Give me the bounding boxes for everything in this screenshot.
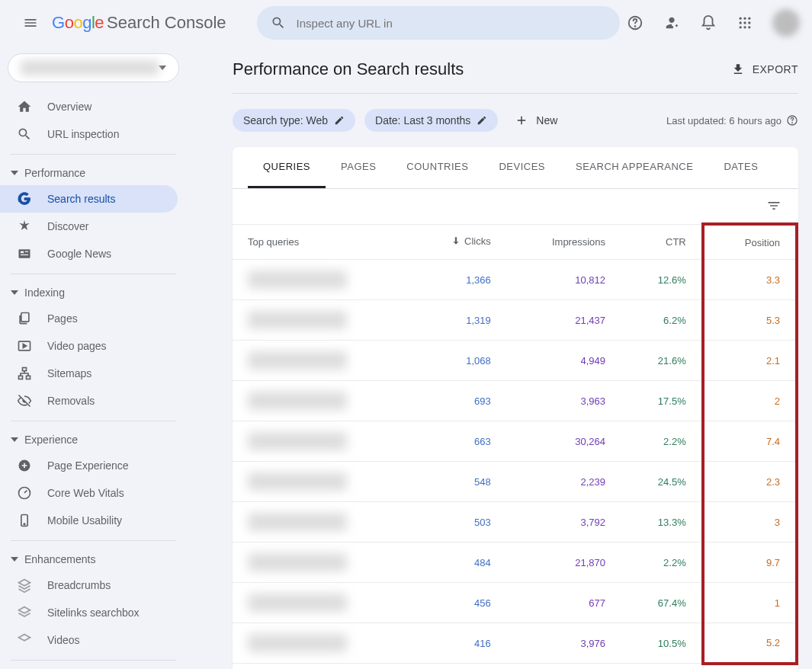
nav-url-inspection[interactable]: URL inspection <box>0 120 178 148</box>
col-impressions[interactable]: Impressions <box>506 224 621 260</box>
nav-label: Mobile Usability <box>47 514 122 527</box>
tab-countries[interactable]: COUNTRIES <box>391 147 483 188</box>
cell-clicks: 1,319 <box>409 300 506 341</box>
help-button[interactable] <box>620 8 650 38</box>
nav-header-experience[interactable]: Experience <box>0 427 187 452</box>
last-updated-text: Last updated: 6 hours ago <box>666 115 782 126</box>
cell-position: 2.1 <box>703 341 797 381</box>
divider <box>11 540 176 541</box>
table-row[interactable]: 503 3,792 13.3% 3 <box>233 502 797 543</box>
cell-impressions: 3,976 <box>506 623 621 664</box>
divider <box>11 660 176 661</box>
tab-pages[interactable]: PAGES <box>326 147 391 188</box>
nav-removals[interactable]: Removals <box>0 387 178 415</box>
cell-query <box>233 300 409 341</box>
cell-clicks: 663 <box>409 421 506 462</box>
help-icon[interactable] <box>786 114 798 126</box>
export-button[interactable]: EXPORT <box>731 62 798 76</box>
nav-page-experience[interactable]: Page Experience <box>0 452 178 479</box>
col-position[interactable]: Position <box>703 224 797 260</box>
cell-impressions: 4,949 <box>506 341 621 381</box>
cell-ctr: 67.4% <box>621 583 703 623</box>
add-filter-button[interactable]: New <box>507 109 565 132</box>
filter-date[interactable]: Date: Last 3 months <box>364 109 498 132</box>
nav-header-label: Enhancements <box>24 553 95 565</box>
svg-rect-14 <box>25 251 28 252</box>
table-row[interactable]: 1,068 4,949 21.6% 2.1 <box>233 341 797 381</box>
cell-query <box>233 462 409 502</box>
search-bar[interactable] <box>257 6 620 40</box>
table-row[interactable]: 548 2,239 24.5% 2.3 <box>233 462 797 502</box>
svg-point-2 <box>740 18 742 20</box>
nav-label: Google News <box>47 248 111 260</box>
svg-rect-13 <box>21 254 28 255</box>
nav-mobile-usability[interactable]: Mobile Usability <box>0 507 178 534</box>
table-row[interactable]: 416 3,976 10.5% 5.2 <box>233 623 797 664</box>
tab-devices[interactable]: DEVICES <box>483 147 560 188</box>
nav-overview[interactable]: Overview <box>0 93 178 120</box>
tab-dates[interactable]: DATES <box>708 147 773 188</box>
nav-google-news[interactable]: Google News <box>0 240 178 267</box>
tab-search-appearance[interactable]: SEARCH APPEARANCE <box>560 147 708 188</box>
nav-label: Page Experience <box>47 459 129 472</box>
data-table: QUERIES PAGES COUNTRIES DEVICES SEARCH A… <box>233 147 798 669</box>
nav-pages[interactable]: Pages <box>0 305 178 332</box>
table-row[interactable]: 1,319 21,437 6.2% 5.3 <box>233 300 797 341</box>
notifications-button[interactable] <box>693 8 724 38</box>
cell-position: 3.3 <box>703 260 797 300</box>
nav-discover[interactable]: Discover <box>0 213 178 240</box>
cell-query <box>233 502 409 543</box>
table-filter-button[interactable] <box>766 198 782 213</box>
search-input[interactable] <box>297 17 606 30</box>
col-clicks[interactable]: Clicks <box>409 224 506 260</box>
apps-button[interactable] <box>730 8 760 38</box>
filter-icon <box>766 198 782 213</box>
nav-label: Pages <box>47 312 78 325</box>
nav-search-results[interactable]: Search results <box>0 185 178 213</box>
property-selector[interactable] <box>8 53 179 82</box>
cell-ctr: 13.3% <box>621 502 703 543</box>
nav-breadcrumbs[interactable]: Breadcrumbs <box>0 571 178 599</box>
table-row[interactable]: 484 21,870 2.2% 9.7 <box>233 543 797 583</box>
table-row[interactable]: 693 3,963 17.5% 2 <box>233 381 797 421</box>
nav-label: Sitelinks searchbox <box>47 607 140 619</box>
nav-sitelinks[interactable]: Sitelinks searchbox <box>0 599 178 626</box>
nav-header-performance[interactable]: Performance <box>0 161 187 185</box>
logo[interactable]: Google Search Console <box>52 13 226 33</box>
cell-impressions: 2,239 <box>506 462 621 502</box>
cell-clicks: 1,366 <box>409 260 506 300</box>
filter-search-type[interactable]: Search type: Web <box>233 109 355 132</box>
nav-header-indexing[interactable]: Indexing <box>0 280 187 305</box>
nav-videos[interactable]: Videos <box>0 626 178 654</box>
table-row[interactable]: 663 30,264 2.2% 7.4 <box>233 421 797 462</box>
asterisk-icon <box>17 219 32 234</box>
nav-header-enhancements[interactable]: Enhancements <box>0 547 187 571</box>
svg-point-3 <box>743 18 746 20</box>
nav-label: Breadcrumbs <box>47 579 111 591</box>
nav-sitemaps[interactable]: Sitemaps <box>0 360 178 387</box>
nav-label: URL inspection <box>47 128 119 140</box>
avatar[interactable] <box>772 9 800 37</box>
speed-icon <box>17 485 32 501</box>
cell-ctr: 24.5% <box>621 462 703 502</box>
table-row[interactable]: 456 677 67.4% 1 <box>233 583 797 623</box>
col-ctr[interactable]: CTR <box>621 224 703 260</box>
tab-queries[interactable]: QUERIES <box>248 147 326 188</box>
table-row[interactable]: 1,366 10,812 12.6% 3.3 <box>233 260 797 300</box>
cell-ctr: 6.2% <box>621 300 703 341</box>
svg-point-4 <box>748 18 750 20</box>
google-g-icon <box>17 191 32 206</box>
nav-core-web-vitals[interactable]: Core Web Vitals <box>0 479 178 507</box>
new-label: New <box>536 114 557 126</box>
col-top-queries[interactable]: Top queries <box>233 224 409 260</box>
chip-label: Search type: Web <box>243 114 328 126</box>
nav-header-label: Performance <box>24 167 85 179</box>
plus-icon <box>515 114 528 127</box>
cell-clicks: 456 <box>409 583 506 623</box>
users-button[interactable] <box>656 8 687 38</box>
arrow-down-icon <box>451 235 461 246</box>
plus-circle-icon <box>17 458 32 473</box>
nav-video-pages[interactable]: Video pages <box>0 332 178 360</box>
layers-icon <box>17 605 32 620</box>
menu-button[interactable] <box>12 5 49 41</box>
